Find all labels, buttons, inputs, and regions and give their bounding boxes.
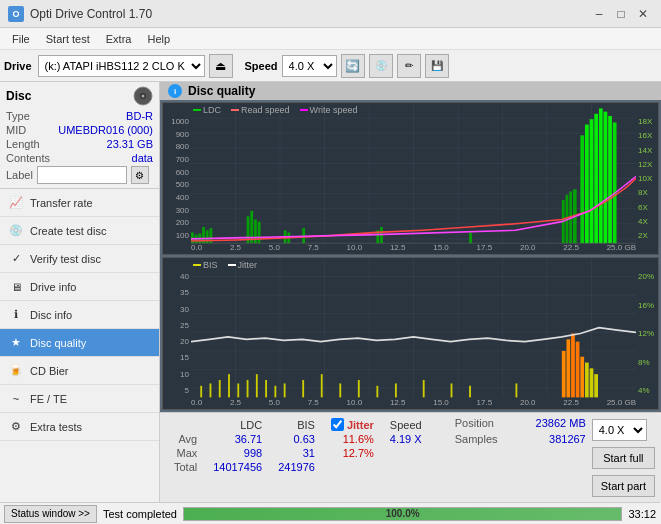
create-disc-icon: 💿	[8, 223, 24, 239]
sidebar-item-label: Drive info	[30, 281, 76, 293]
status-bar: Status window >> Test completed 100.0% 3…	[0, 502, 660, 524]
svg-rect-88	[571, 334, 575, 398]
jitter-checkbox[interactable]	[331, 418, 344, 431]
start-full-button[interactable]: Start full	[592, 447, 655, 469]
legend-jitter: Jitter	[228, 260, 258, 270]
disc-mid-key: MID	[6, 124, 26, 136]
menu-file[interactable]: File	[4, 31, 38, 47]
disc-contents-key: Contents	[6, 152, 50, 164]
refresh-button[interactable]: 🔄	[341, 54, 365, 78]
sidebar-item-disc-info[interactable]: ℹ Disc info	[0, 301, 159, 329]
sidebar-item-transfer-rate[interactable]: 📈 Transfer rate	[0, 189, 159, 217]
sidebar-item-verify-test-disc[interactable]: ✓ Verify test disc	[0, 245, 159, 273]
dq-header: i Disc quality	[160, 82, 661, 100]
status-window-button[interactable]: Status window >>	[4, 505, 97, 523]
toolbar: Drive (k:) ATAPI iHBS112 2 CLO K ⏏ Speed…	[0, 50, 661, 82]
svg-rect-83	[451, 383, 453, 397]
title-bar-left: O Opti Drive Control 1.70	[8, 6, 152, 22]
sidebar-item-cd-bier[interactable]: 🍺 CD Bier	[0, 357, 159, 385]
sidebar-item-create-test-disc[interactable]: 💿 Create test disc	[0, 217, 159, 245]
sidebar-item-extra-tests[interactable]: ⚙ Extra tests	[0, 413, 159, 441]
speed-row: 4.0 X	[592, 419, 655, 441]
dq-title: Disc quality	[188, 84, 255, 98]
avg-bis: 0.63	[270, 432, 323, 446]
disc-icon	[133, 86, 153, 106]
disc-label-input[interactable]	[37, 166, 127, 184]
avg-ldc: 36.71	[205, 432, 270, 446]
speed-select[interactable]: 4.0 X	[282, 55, 337, 77]
stats-speed-select[interactable]: 4.0 X	[592, 419, 647, 441]
col-speed: Speed	[382, 417, 430, 432]
menu-help[interactable]: Help	[139, 31, 178, 47]
jitter-label: Jitter	[347, 419, 374, 431]
svg-rect-82	[423, 380, 425, 397]
svg-rect-92	[590, 368, 594, 397]
disc-type-val: BD-R	[126, 110, 153, 122]
sidebar-item-disc-quality[interactable]: ★ Disc quality	[0, 329, 159, 357]
charts-area: LDC Read speed Write speed 1000900800700…	[160, 100, 661, 412]
start-part-button[interactable]: Start part	[592, 475, 655, 497]
save-button[interactable]: 💾	[425, 54, 449, 78]
stats-total-row: Total 14017456 241976	[166, 460, 430, 474]
fe-te-icon: ~	[8, 391, 24, 407]
svg-rect-67	[210, 383, 212, 397]
position-key: Position	[455, 417, 510, 429]
svg-rect-79	[358, 380, 360, 397]
chart1-y-left: 1000900800700600 500400300200100	[163, 117, 191, 240]
disc-type-key: Type	[6, 110, 30, 122]
disc-contents-val: data	[132, 152, 153, 164]
svg-rect-66	[200, 386, 202, 398]
main-area: Disc Type BD-R MID UMEBDR016 (000) Lengt…	[0, 82, 661, 502]
title-bar: O Opti Drive Control 1.70 – □ ✕	[0, 0, 661, 28]
minimize-button[interactable]: –	[589, 5, 609, 23]
position-area: Position 23862 MB Samples 381267	[455, 417, 586, 498]
stats-max-row: Max 998 31 12.7%	[166, 446, 430, 460]
disc-button[interactable]: 💿	[369, 54, 393, 78]
svg-rect-78	[339, 383, 341, 397]
disc-label-key: Label	[6, 169, 33, 181]
total-bis: 241976	[270, 460, 323, 474]
cd-bier-icon: 🍺	[8, 363, 24, 379]
max-label: Max	[166, 446, 205, 460]
svg-rect-74	[274, 386, 276, 398]
dq-header-icon: i	[168, 84, 182, 98]
disc-length-key: Length	[6, 138, 40, 150]
svg-rect-85	[515, 383, 517, 397]
eject-button[interactable]: ⏏	[209, 54, 233, 78]
chart2-y-left: 4035302520 15105	[163, 272, 191, 395]
chart1-y-right: 18X16X14X12X10X 8X6X4X2X	[636, 117, 658, 240]
maximize-button[interactable]: □	[611, 5, 631, 23]
menu-start-test[interactable]: Start test	[38, 31, 98, 47]
sidebar-item-fe-te[interactable]: ~ FE / TE	[0, 385, 159, 413]
sidebar-item-label: Disc quality	[30, 337, 86, 349]
svg-rect-36	[469, 232, 472, 243]
disc-mid-row: MID UMEBDR016 (000)	[6, 124, 153, 136]
progress-text: 100.0%	[184, 508, 622, 520]
svg-rect-44	[594, 114, 598, 243]
right-controls: 4.0 X Start full Start part	[592, 417, 655, 498]
progress-bar: 100.0%	[183, 507, 623, 521]
menu-extra[interactable]: Extra	[98, 31, 140, 47]
speed-label: Speed	[245, 60, 278, 72]
samples-key: Samples	[455, 433, 510, 445]
svg-rect-93	[594, 374, 598, 397]
max-speed	[382, 446, 430, 460]
avg-speed: 4.19 X	[382, 432, 430, 446]
col-jitter-check: Jitter	[323, 417, 382, 432]
drive-select[interactable]: (k:) ATAPI iHBS112 2 CLO K	[38, 55, 205, 77]
svg-rect-45	[599, 108, 603, 243]
extra-tests-icon: ⚙	[8, 419, 24, 435]
sidebar-item-drive-info[interactable]: 🖥 Drive info	[0, 273, 159, 301]
sidebar-item-label: Verify test disc	[30, 253, 101, 265]
edit-button[interactable]: ✏	[397, 54, 421, 78]
content-area: i Disc quality LDC Read speed	[160, 82, 661, 502]
chart2-svg	[191, 258, 636, 409]
chart1-svg	[191, 103, 636, 254]
svg-rect-68	[219, 380, 221, 397]
disc-label-btn[interactable]: ⚙	[131, 166, 149, 184]
legend-ldc: LDC	[193, 105, 221, 115]
close-button[interactable]: ✕	[633, 5, 653, 23]
svg-rect-70	[237, 383, 239, 397]
svg-rect-48	[613, 122, 617, 243]
sidebar-item-label: FE / TE	[30, 393, 67, 405]
